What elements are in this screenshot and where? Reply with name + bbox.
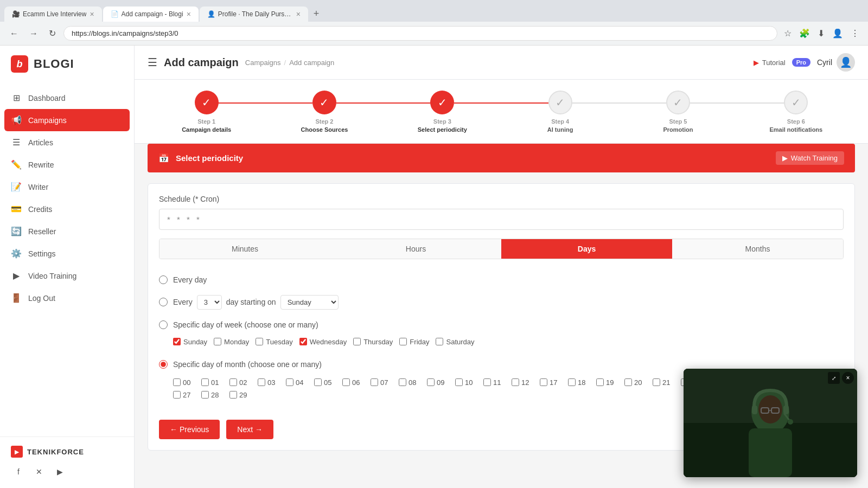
every-day-radio[interactable] xyxy=(159,275,168,284)
day-item-17[interactable]: 17 xyxy=(540,378,564,387)
specific-month-radio[interactable] xyxy=(159,360,168,369)
day-item-28[interactable]: 28 xyxy=(201,391,225,399)
day-checkbox-09[interactable] xyxy=(427,378,435,386)
day-checkbox-00[interactable] xyxy=(173,378,181,386)
day-item-20[interactable]: 20 xyxy=(624,378,648,387)
extensions-icon[interactable]: 🧩 xyxy=(797,26,812,41)
day-item-29[interactable]: 29 xyxy=(229,391,253,399)
every-day-label[interactable]: Every day xyxy=(173,275,207,284)
breadcrumb-campaigns[interactable]: Campaigns xyxy=(245,59,281,67)
checkbox-monday-input[interactable] xyxy=(214,338,221,345)
day-item-03[interactable]: 03 xyxy=(258,378,282,387)
sidebar-item-writer[interactable]: 📝 Writer xyxy=(0,176,134,198)
day-checkbox-21[interactable] xyxy=(653,378,660,386)
cron-input[interactable] xyxy=(159,209,844,230)
checkbox-friday[interactable]: Friday xyxy=(399,338,429,346)
day-item-10[interactable]: 10 xyxy=(455,378,479,387)
checkbox-sunday-input[interactable] xyxy=(173,338,181,345)
day-item-27[interactable]: 27 xyxy=(173,391,197,399)
day-checkbox-01[interactable] xyxy=(201,378,209,386)
day-item-06[interactable]: 06 xyxy=(342,378,366,387)
day-item-00[interactable]: 00 xyxy=(173,378,197,387)
every-label[interactable]: Every xyxy=(173,298,193,306)
day-checkbox-29[interactable] xyxy=(229,391,237,399)
bookmark-icon[interactable]: ☆ xyxy=(782,26,794,41)
day-checkbox-03[interactable] xyxy=(258,378,265,386)
back-button[interactable]: ← xyxy=(7,27,22,41)
download-icon[interactable]: ⬇ xyxy=(815,26,827,41)
tab-close-2[interactable]: × xyxy=(187,10,191,18)
sidebar-item-settings[interactable]: ⚙️ Settings xyxy=(0,242,134,265)
video-expand-button[interactable]: ⤢ xyxy=(828,372,840,384)
new-tab-button[interactable]: + xyxy=(309,6,324,22)
day-checkbox-02[interactable] xyxy=(229,378,237,386)
tab-close-3[interactable]: × xyxy=(296,10,301,18)
day-item-11[interactable]: 11 xyxy=(483,378,507,387)
checkbox-sunday[interactable]: Sunday xyxy=(173,338,207,346)
checkbox-tuesday-input[interactable] xyxy=(256,338,263,345)
day-item-04[interactable]: 04 xyxy=(286,378,310,387)
sidebar-item-reseller[interactable]: 🔄 Reseller xyxy=(0,220,134,242)
step-2[interactable]: ✓ Step 2 Choose Sources xyxy=(265,91,383,134)
step-4[interactable]: ✓ Step 4 AI tuning xyxy=(501,91,619,134)
day-checkbox-20[interactable] xyxy=(624,378,632,386)
starting-on-select[interactable]: Sunday Monday Tuesday Wednesday Thursday… xyxy=(280,295,339,310)
checkbox-thursday-input[interactable] xyxy=(353,338,361,345)
forward-button[interactable]: → xyxy=(26,27,41,41)
day-checkbox-11[interactable] xyxy=(483,378,491,386)
tutorial-button[interactable]: ▶ Tutorial xyxy=(754,59,786,67)
checkbox-friday-input[interactable] xyxy=(399,338,407,345)
day-checkbox-07[interactable] xyxy=(371,378,378,386)
checkbox-thursday[interactable]: Thursday xyxy=(353,338,393,346)
day-checkbox-08[interactable] xyxy=(399,378,406,386)
day-checkbox-04[interactable] xyxy=(286,378,293,386)
day-item-05[interactable]: 05 xyxy=(314,378,338,387)
sidebar-item-rewrite[interactable]: ✏️ Rewrite xyxy=(0,153,134,176)
menu-icon[interactable]: ⋮ xyxy=(848,26,861,41)
tab-minutes[interactable]: Minutes xyxy=(159,239,330,259)
tab-hours[interactable]: Hours xyxy=(330,239,501,259)
twitter-icon[interactable]: ✕ xyxy=(31,464,47,479)
profile-icon[interactable]: 👤 xyxy=(830,26,845,41)
next-button[interactable]: Next → xyxy=(226,420,273,439)
step-1[interactable]: ✓ Step 1 Campaign details xyxy=(148,91,265,134)
facebook-icon[interactable]: f xyxy=(11,464,26,479)
day-item-18[interactable]: 18 xyxy=(568,378,592,387)
every-n-radio[interactable] xyxy=(159,298,168,306)
day-checkbox-18[interactable] xyxy=(568,378,576,386)
checkbox-wednesday[interactable]: Wednesday xyxy=(299,338,347,346)
day-checkbox-19[interactable] xyxy=(596,378,604,386)
hamburger-icon[interactable]: ☰ xyxy=(148,56,157,69)
specific-week-label[interactable]: Specific day of week (choose one or many… xyxy=(173,320,318,329)
step-5[interactable]: ✓ Step 5 Promotion xyxy=(619,91,737,134)
checkbox-saturday-input[interactable] xyxy=(436,338,443,345)
browser-tab-3[interactable]: 👤 Profile · The Daily Pursuit – W... × xyxy=(200,7,308,22)
checkbox-tuesday[interactable]: Tuesday xyxy=(256,338,292,346)
sidebar-item-dashboard[interactable]: ⊞ Dashboard xyxy=(0,87,134,109)
video-close-button[interactable]: × xyxy=(842,372,854,384)
sidebar-item-video-training[interactable]: ▶ Video Training xyxy=(0,265,134,287)
day-checkbox-10[interactable] xyxy=(455,378,463,386)
day-checkbox-17[interactable] xyxy=(540,378,547,386)
day-checkbox-28[interactable] xyxy=(201,391,209,399)
tab-days[interactable]: Days xyxy=(501,239,672,259)
day-checkbox-05[interactable] xyxy=(314,378,322,386)
youtube-icon[interactable]: ▶ xyxy=(52,464,67,479)
sidebar-item-articles[interactable]: ☰ Articles xyxy=(0,131,134,153)
browser-tab-2[interactable]: 📄 Add campaign - Blogi × xyxy=(103,7,199,22)
day-checkbox-06[interactable] xyxy=(342,378,350,386)
specific-month-label[interactable]: Specific day of month (choose one or man… xyxy=(173,360,322,369)
day-item-01[interactable]: 01 xyxy=(201,378,225,387)
day-item-19[interactable]: 19 xyxy=(596,378,620,387)
day-item-02[interactable]: 02 xyxy=(229,378,253,387)
sidebar-item-log-out[interactable]: 🚪 Log Out xyxy=(0,287,134,309)
checkbox-wednesday-input[interactable] xyxy=(299,338,307,345)
step-3[interactable]: ✓ Step 3 Select periodicity xyxy=(384,91,501,134)
tab-close-1[interactable]: × xyxy=(90,10,94,18)
previous-button[interactable]: ← Previous xyxy=(159,420,220,439)
sidebar-item-credits[interactable]: 💳 Credits xyxy=(0,198,134,220)
day-item-07[interactable]: 07 xyxy=(371,378,394,387)
specific-week-radio[interactable] xyxy=(159,320,168,329)
sidebar-item-campaigns[interactable]: 📢 Campaigns xyxy=(4,109,130,131)
watch-training-button[interactable]: ▶ Watch Training xyxy=(776,151,844,165)
